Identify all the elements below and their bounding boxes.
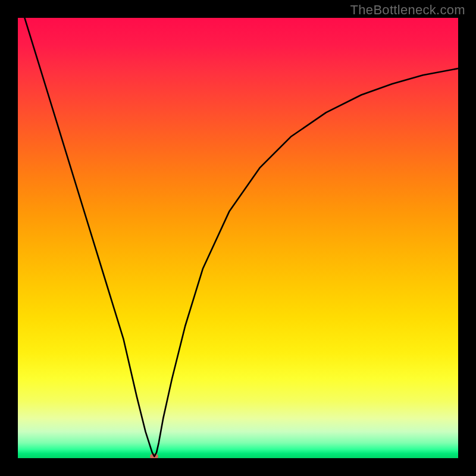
watermark-text: TheBottleneck.com: [350, 2, 465, 18]
plot-area: [18, 18, 458, 458]
curve-line: [18, 18, 458, 456]
chart-svg: [18, 18, 458, 458]
